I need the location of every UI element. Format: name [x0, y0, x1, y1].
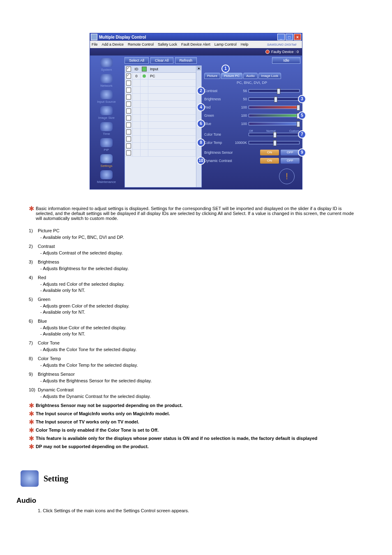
tab-picture[interactable]: Picture	[204, 73, 220, 79]
callout-10: 10	[197, 157, 205, 165]
note-text: This feature is available only for the d…	[36, 436, 317, 442]
colortemp-slider[interactable]	[249, 141, 300, 144]
note-text: Color Temp is only enabled if the Color …	[36, 428, 159, 433]
menu-remote-control[interactable]: Remote Control	[128, 42, 154, 46]
row-checkbox[interactable]	[126, 109, 131, 113]
contrast-slider[interactable]	[249, 89, 300, 92]
row-checkbox[interactable]	[126, 102, 131, 106]
sidebar-item-system[interactable]: System	[92, 57, 121, 72]
table-row[interactable]	[125, 129, 196, 136]
row-input: PC	[148, 73, 196, 79]
row-input	[148, 129, 196, 135]
table-row[interactable]	[125, 87, 196, 94]
table-row[interactable]	[125, 143, 196, 150]
item-title: Color Temp	[38, 356, 61, 361]
table-row[interactable]	[125, 108, 196, 115]
star-icon: ✱	[29, 444, 34, 450]
setting-title: Setting	[44, 474, 68, 483]
note-text: The Input source of TV works only on TV …	[36, 419, 139, 425]
sidebar-item-maintenance[interactable]: Maintenance	[92, 169, 121, 185]
status-dot-icon	[143, 74, 146, 78]
menu-add-device[interactable]: Add a Device	[102, 42, 124, 46]
table-row[interactable]	[125, 101, 196, 108]
clear-all-button[interactable]: Clear All	[150, 57, 173, 64]
red-slider[interactable]	[249, 106, 300, 109]
list-item: RedAdjusts red Color of the selected dis…	[29, 275, 359, 293]
menu-fault-alert[interactable]: Fault Device Alert	[181, 42, 210, 46]
row-checkbox[interactable]	[126, 116, 131, 120]
row-blue: 6Blue100	[204, 120, 300, 127]
table-row[interactable]	[125, 136, 196, 143]
bsensor-off[interactable]: OFF	[281, 150, 300, 155]
step-item: Click Settings of the main icons and the…	[38, 508, 359, 513]
row-checkbox[interactable]	[126, 150, 131, 155]
grid-input-header: Input	[148, 66, 196, 72]
minimize-button[interactable]: _	[277, 34, 285, 40]
app-window: Multiple Display Control _ □ × File Add …	[90, 33, 302, 190]
star-icon: ✱	[29, 206, 34, 221]
contrast-label: Contrast	[204, 89, 235, 93]
sidebar-item-input-source[interactable]: Input Source	[92, 89, 121, 104]
table-row[interactable]: 0PC	[125, 73, 196, 80]
brightness-value: 50	[235, 97, 247, 101]
tab-picture-pc[interactable]: Picture PC	[221, 73, 242, 79]
blue-slider[interactable]	[249, 122, 300, 125]
green-label: Green	[204, 113, 235, 118]
row-checkbox[interactable]	[126, 81, 131, 86]
grid-status-header[interactable]	[141, 66, 148, 72]
sidebar-item-network[interactable]: Network	[92, 73, 121, 88]
sub-list: Adjusts the Dynamic Contrast for the sel…	[29, 394, 359, 399]
row-checkbox[interactable]	[126, 136, 131, 141]
table-row[interactable]	[125, 150, 196, 157]
document-body: ✱ Basic information required to adjust s…	[29, 206, 359, 513]
row-checkbox[interactable]	[126, 130, 131, 134]
row-colortemp: 8 Color Temp 10000K	[204, 139, 300, 146]
row-checkbox[interactable]	[126, 143, 131, 148]
menu-lamp-control[interactable]: Lamp Control	[214, 42, 237, 46]
dcontrast-off[interactable]: OFF	[281, 158, 300, 164]
green-value: 100	[235, 113, 247, 118]
menu-safety-lock[interactable]: Safety Lock	[158, 42, 177, 46]
menu-help[interactable]: Help	[241, 42, 249, 46]
brand-label: SAMSUNG DIGITall	[267, 43, 296, 46]
sidebar-item-label: Time	[103, 132, 110, 136]
star-icon: ✱	[29, 419, 34, 425]
dcontrast-on[interactable]: ON	[260, 158, 279, 164]
dcontrast-toggle: ON OFF	[260, 158, 300, 164]
row-checkbox[interactable]	[126, 123, 131, 127]
table-row[interactable]	[125, 94, 196, 101]
sidebar-item-settings[interactable]: Settings	[92, 153, 121, 169]
sidebar-icon	[100, 154, 113, 163]
menu-file[interactable]: File	[92, 42, 98, 46]
refresh-button[interactable]: Refresh	[175, 57, 197, 64]
table-row[interactable]	[125, 115, 196, 122]
table-row[interactable]	[125, 122, 196, 129]
sidebar-icon	[100, 122, 113, 131]
numbered-list: Picture PCAvailable only for PC, BNC, DV…	[29, 228, 359, 399]
table-row[interactable]	[125, 80, 196, 87]
grid-check-header[interactable]	[125, 66, 133, 72]
close-button[interactable]: ×	[294, 34, 301, 40]
brightness-slider[interactable]	[249, 97, 300, 101]
row-checkbox[interactable]	[126, 74, 131, 79]
sidebar-item-image-size[interactable]: Image Size	[92, 105, 121, 120]
tab-image-lock[interactable]: Image Lock	[258, 73, 281, 79]
sidebar-item-pip[interactable]: PIP	[92, 137, 121, 153]
list-item: Color ToneAdjusts the Color Tone for the…	[29, 340, 359, 352]
select-all-button[interactable]: Select All	[125, 57, 149, 64]
item-title: Contrast	[38, 244, 55, 249]
item-title: Color Tone	[38, 340, 60, 345]
tab-audio[interactable]: Audio	[243, 73, 257, 79]
contrast-value: 56	[235, 89, 247, 93]
sidebar-item-label: Image Size	[98, 116, 115, 120]
row-red: 4Red100	[204, 104, 300, 111]
colortone-slider[interactable]: Off Normal Custom	[249, 133, 300, 136]
maximize-button[interactable]: □	[286, 34, 293, 40]
scroll-up-icon[interactable]: ▲	[197, 66, 201, 70]
sub-list: Adjusts the Brightness Sensor for the se…	[29, 378, 359, 383]
bsensor-on[interactable]: ON	[260, 150, 279, 155]
row-checkbox[interactable]	[126, 88, 131, 92]
sidebar-item-time[interactable]: Time	[92, 121, 121, 136]
green-slider[interactable]	[249, 114, 300, 117]
row-checkbox[interactable]	[126, 95, 131, 99]
